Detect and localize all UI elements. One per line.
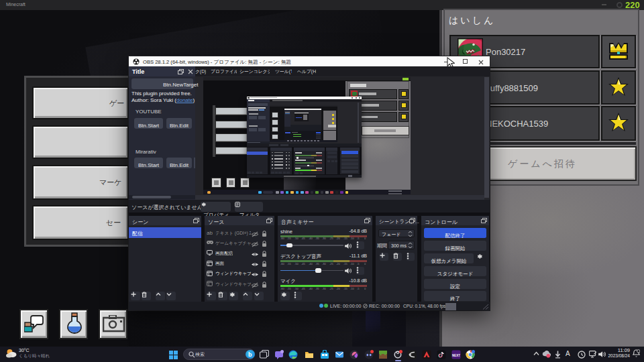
svg-text:NEXT: NEXT — [452, 353, 460, 357]
svg-text:ab: ab — [207, 230, 213, 235]
